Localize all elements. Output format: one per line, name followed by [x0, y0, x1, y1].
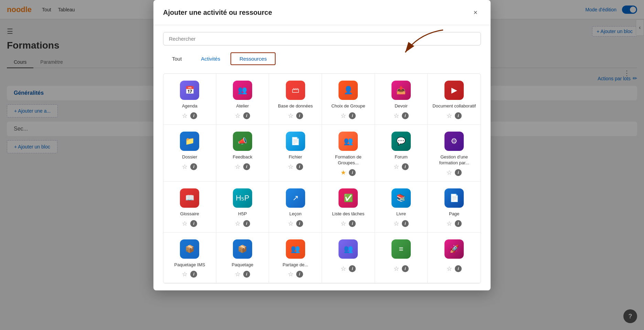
- star-icon-liste-taches[interactable]: ☆: [341, 220, 346, 227]
- activity-card-devoir[interactable]: 📤Devoir☆i: [375, 74, 428, 125]
- activity-name-paquetage: Paquetage: [232, 262, 254, 268]
- activity-icon-partage-de: 👥: [286, 239, 305, 259]
- modal-title: Ajouter une activité ou ressource: [163, 9, 272, 17]
- activity-actions-partage-de: ☆i: [288, 270, 303, 278]
- info-icon-livre[interactable]: i: [402, 220, 409, 227]
- activity-card-paquetage-ims[interactable]: 📦Paquetage IMS☆i: [163, 233, 216, 283]
- star-icon-partage-de[interactable]: ☆: [288, 270, 293, 278]
- info-icon-glossaire[interactable]: i: [190, 220, 197, 227]
- activity-actions-agenda: ☆i: [182, 112, 197, 120]
- activity-card-document-collaboratif[interactable]: ▶Document collaboratif☆i: [428, 74, 481, 125]
- star-icon-glossaire[interactable]: ☆: [182, 220, 187, 227]
- star-icon-paquetage-ims[interactable]: ☆: [182, 270, 187, 278]
- activity-actions-atelier: ☆i: [235, 112, 250, 120]
- info-icon-devoir[interactable]: i: [402, 112, 409, 119]
- modal-close-button[interactable]: ×: [470, 7, 481, 18]
- activity-icon-document-collaboratif: ▶: [444, 81, 464, 100]
- activity-card-paquetage[interactable]: 📦Paquetage☆i: [216, 233, 269, 283]
- activity-card-livre[interactable]: 📚Livre☆i: [375, 182, 428, 233]
- activity-actions-paquetage-ims: ☆i: [182, 270, 197, 278]
- star-icon-livre[interactable]: ☆: [394, 220, 399, 227]
- activity-card-choix-groupe[interactable]: 👤Choix de Groupe☆i: [322, 74, 375, 125]
- activity-card-page[interactable]: 📄Page☆i: [428, 182, 481, 233]
- star-icon-atelier[interactable]: ☆: [235, 112, 240, 120]
- star-icon-base-donnees[interactable]: ☆: [288, 112, 293, 120]
- activity-card-h5p[interactable]: H₅PH5P☆i: [216, 182, 269, 233]
- info-icon-item22[interactable]: i: [349, 265, 356, 272]
- info-icon-item23[interactable]: i: [402, 265, 409, 272]
- info-icon-partage-de[interactable]: i: [296, 271, 303, 278]
- star-icon-item24[interactable]: ☆: [447, 265, 452, 272]
- info-icon-atelier[interactable]: i: [243, 112, 250, 119]
- activity-name-liste-taches: Liste des tâches: [332, 211, 364, 217]
- activity-card-forum[interactable]: 💬Forum☆i: [375, 125, 428, 182]
- info-icon-liste-taches[interactable]: i: [349, 220, 356, 227]
- star-icon-agenda[interactable]: ☆: [182, 112, 187, 120]
- activity-card-item22[interactable]: 👥☆i: [322, 233, 375, 283]
- activity-card-item24[interactable]: 🚀☆i: [428, 233, 481, 283]
- activity-actions-lecon: ☆i: [288, 220, 303, 227]
- activity-icon-item22: 👥: [339, 239, 358, 259]
- star-icon-lecon[interactable]: ☆: [288, 220, 293, 227]
- activity-icon-base-donnees: 🗃: [286, 81, 305, 100]
- info-icon-item24[interactable]: i: [455, 265, 462, 272]
- star-icon-devoir[interactable]: ☆: [394, 112, 399, 120]
- info-icon-lecon[interactable]: i: [296, 220, 303, 227]
- info-icon-page[interactable]: i: [455, 220, 462, 227]
- modal-header: Ajouter une activité ou ressource ×: [153, 0, 491, 25]
- activity-card-gestion-formation[interactable]: ⚙Gestion d'une formation par...☆i: [428, 125, 481, 182]
- info-icon-base-donnees[interactable]: i: [296, 112, 303, 119]
- tab-activites[interactable]: Activités: [192, 52, 229, 65]
- info-icon-paquetage-ims[interactable]: i: [190, 271, 197, 278]
- star-icon-choix-groupe[interactable]: ☆: [341, 112, 346, 120]
- activity-card-liste-taches[interactable]: ✅Liste des tâches☆i: [322, 182, 375, 233]
- tab-ressources[interactable]: Ressources: [230, 52, 276, 65]
- star-icon-document-collaboratif[interactable]: ☆: [447, 112, 452, 120]
- info-icon-paquetage[interactable]: i: [243, 271, 250, 278]
- star-icon-gestion-formation[interactable]: ☆: [447, 169, 452, 176]
- activity-actions-document-collaboratif: ☆i: [447, 112, 462, 120]
- info-icon-feedback[interactable]: i: [243, 163, 250, 170]
- info-icon-h5p[interactable]: i: [243, 220, 250, 227]
- tab-tout[interactable]: Tout: [163, 52, 191, 65]
- info-icon-document-collaboratif[interactable]: i: [455, 112, 462, 119]
- info-icon-forum[interactable]: i: [402, 163, 409, 170]
- activity-icon-choix-groupe: 👤: [339, 81, 358, 100]
- activity-icon-devoir: 📤: [391, 81, 411, 100]
- star-icon-fichier[interactable]: ☆: [288, 163, 293, 171]
- activity-card-agenda[interactable]: 📅Agenda☆i: [163, 74, 216, 125]
- info-icon-formation-groupes[interactable]: i: [349, 169, 356, 176]
- info-icon-fichier[interactable]: i: [296, 163, 303, 170]
- activity-card-glossaire[interactable]: 📖Glossaire☆i: [163, 182, 216, 233]
- info-icon-choix-groupe[interactable]: i: [349, 112, 356, 119]
- star-icon-paquetage[interactable]: ☆: [235, 270, 240, 278]
- info-icon-gestion-formation[interactable]: i: [455, 169, 462, 176]
- activity-name-partage-de: Partage de...: [282, 262, 308, 268]
- activity-card-atelier[interactable]: 👥Atelier☆i: [216, 74, 269, 125]
- activity-card-item23[interactable]: ≡☆i: [375, 233, 428, 283]
- search-input[interactable]: [163, 32, 481, 45]
- activity-actions-feedback: ☆i: [235, 163, 250, 171]
- activity-card-dossier[interactable]: 📁Dossier☆i: [163, 125, 216, 182]
- star-icon-item23[interactable]: ☆: [394, 265, 399, 272]
- activity-actions-fichier: ☆i: [288, 163, 303, 171]
- activity-card-fichier[interactable]: 📄Fichier☆i: [269, 125, 322, 182]
- activity-card-formation-groupes[interactable]: 👥Formation de Groupes...★i: [322, 125, 375, 182]
- activity-card-partage-de[interactable]: 👥Partage de...☆i: [269, 233, 322, 283]
- star-icon-formation-groupes[interactable]: ★: [341, 169, 346, 176]
- activity-card-feedback[interactable]: 📣Feedback☆i: [216, 125, 269, 182]
- star-icon-feedback[interactable]: ☆: [235, 163, 240, 171]
- activity-icon-lecon: ↗: [286, 188, 305, 208]
- star-icon-forum[interactable]: ☆: [394, 163, 399, 171]
- star-icon-h5p[interactable]: ☆: [235, 220, 240, 227]
- activity-card-lecon[interactable]: ↗Leçon☆i: [269, 182, 322, 233]
- activity-name-lecon: Leçon: [289, 211, 301, 217]
- info-icon-dossier[interactable]: i: [190, 163, 197, 170]
- activity-name-livre: Livre: [396, 211, 406, 217]
- activity-card-base-donnees[interactable]: 🗃Base de données☆i: [269, 74, 322, 125]
- star-icon-dossier[interactable]: ☆: [182, 163, 187, 171]
- activity-modal: Ajouter une activité ou ressource × Tout…: [153, 0, 491, 290]
- star-icon-page[interactable]: ☆: [447, 220, 452, 227]
- info-icon-agenda[interactable]: i: [190, 112, 197, 119]
- star-icon-item22[interactable]: ☆: [341, 265, 346, 272]
